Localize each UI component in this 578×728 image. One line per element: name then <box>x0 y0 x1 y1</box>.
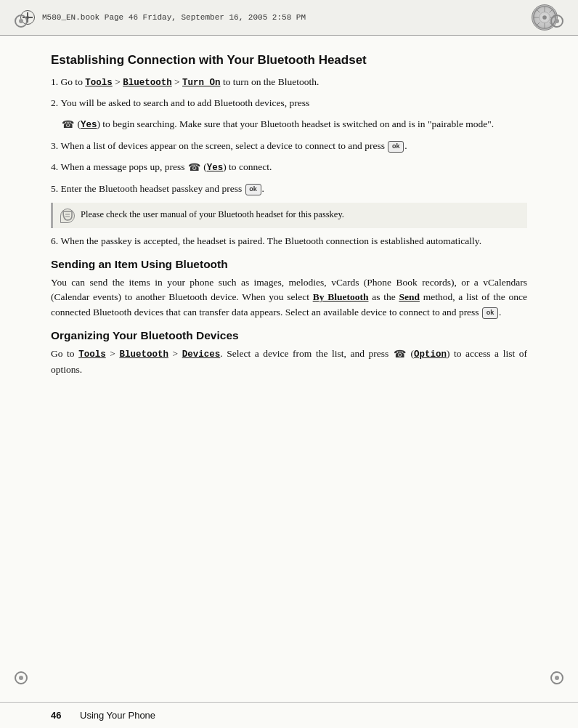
section2-title: Sending an Item Using Bluetooth <box>51 258 527 271</box>
phone-yes-icon-4: ☎ <box>188 160 200 176</box>
step-2-cont: ☎ (Yes) to begin searching. Make sure th… <box>61 117 527 133</box>
by-bluetooth-label: By Bluetooth <box>313 291 369 302</box>
main-content: Establishing Connection with Your Blueto… <box>0 36 578 702</box>
header-left: M580_EN.book Page 46 Friday, September 1… <box>20 10 306 25</box>
note-icon <box>60 209 75 223</box>
tools-label: Tools <box>78 349 106 360</box>
step-6: 6. When the passkey is accepted, the hea… <box>51 234 527 249</box>
svg-line-10 <box>537 23 540 26</box>
section2-paragraph: You can send the items in your phone suc… <box>51 275 527 321</box>
note-text: Please check the user manual of your Blu… <box>81 208 344 222</box>
option-label: Option <box>414 349 447 360</box>
svg-point-2 <box>542 15 547 20</box>
step-5: 5. Enter the Bluetooth headset passkey a… <box>51 182 527 197</box>
footer-section-title: Using Your Phone <box>80 710 155 721</box>
section3-paragraph: Go to Tools > Bluetooth > Devices. Selec… <box>51 347 527 378</box>
step-1: 1. Go to Tools > Bluetooth > Turn On to … <box>51 75 527 90</box>
book-info: M580_EN.book Page 46 Friday, September 1… <box>42 13 306 22</box>
note-box: Please check the user manual of your Blu… <box>51 203 527 228</box>
bluetooth-label: Bluetooth <box>119 349 168 360</box>
step-4: 4. When a message pops up, press ☎ (Yes)… <box>51 160 527 176</box>
svg-line-9 <box>550 9 553 13</box>
svg-line-7 <box>537 9 540 13</box>
devices-label: Devices <box>182 349 221 360</box>
phone-yes-icon-2: ☎ <box>62 117 74 133</box>
deco-corner-tr <box>550 15 563 28</box>
ok-icon-s2: ok <box>482 307 498 319</box>
section1-title: Establishing Connection with Your Blueto… <box>51 53 527 68</box>
header-bar: M580_EN.book Page 46 Friday, September 1… <box>0 0 578 36</box>
ok-icon-5: ok <box>245 184 261 195</box>
step-3: 3. When a list of devices appear on the … <box>51 139 527 154</box>
deco-corner-tl <box>15 15 28 28</box>
page: M580_EN.book Page 46 Friday, September 1… <box>0 0 578 728</box>
ok-icon-3: ok <box>388 141 404 153</box>
footer: 46 Using Your Phone <box>0 702 578 728</box>
send-label: Send <box>399 291 420 302</box>
phone-option-icon: ☎ <box>394 347 406 363</box>
section3-title: Organizing Your Bluetooth Devices <box>51 329 527 342</box>
step-2: 2. You will be asked to search and to ad… <box>51 96 527 111</box>
page-number: 46 <box>51 710 65 721</box>
